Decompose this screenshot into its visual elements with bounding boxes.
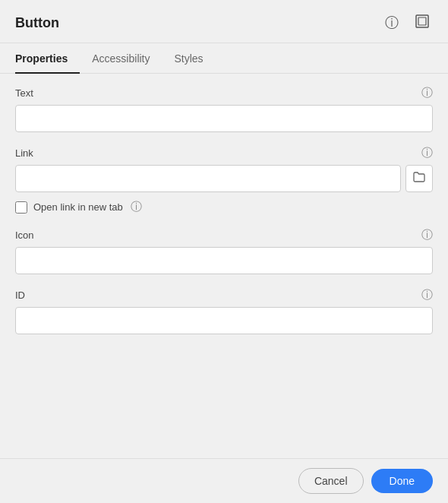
open-new-tab-label: Open link in new tab [33, 201, 123, 213]
frame-button[interactable] [412, 12, 433, 33]
panel-title: Button [15, 15, 59, 31]
panel-footer: Cancel Done [0, 458, 448, 503]
id-field-header: ID ⓘ [15, 288, 433, 302]
cancel-button[interactable]: Cancel [298, 468, 364, 494]
svg-rect-1 [418, 17, 426, 25]
tab-accessibility[interactable]: Accessibility [80, 43, 162, 74]
icon-field-group: Icon ⓘ [15, 228, 433, 274]
help-button[interactable]: ⓘ [381, 12, 402, 33]
text-field-group: Text ⓘ [15, 86, 433, 132]
id-label: ID [15, 289, 25, 301]
id-input[interactable] [15, 307, 433, 334]
icon-field-header: Icon ⓘ [15, 228, 433, 242]
done-button[interactable]: Done [371, 469, 433, 493]
panel: Button ⓘ Properties Accessibility Styles [0, 0, 448, 503]
tab-properties[interactable]: Properties [15, 43, 80, 74]
frame-icon [415, 14, 430, 33]
text-field-header: Text ⓘ [15, 86, 433, 100]
open-new-tab-info-icon[interactable]: ⓘ [131, 200, 142, 214]
tabs: Properties Accessibility Styles [0, 43, 448, 74]
icon-input[interactable] [15, 247, 433, 274]
text-label: Text [15, 87, 33, 99]
text-input[interactable] [15, 105, 433, 132]
icon-label: Icon [15, 229, 34, 241]
text-info-icon[interactable]: ⓘ [421, 86, 433, 100]
link-row [15, 165, 433, 192]
id-info-icon[interactable]: ⓘ [421, 288, 433, 302]
help-icon: ⓘ [385, 14, 399, 32]
link-info-icon[interactable]: ⓘ [421, 146, 433, 160]
folder-icon [412, 170, 426, 188]
link-field-header: Link ⓘ [15, 146, 433, 160]
panel-header: Button ⓘ [0, 0, 448, 43]
folder-button[interactable] [405, 165, 433, 192]
icon-info-icon[interactable]: ⓘ [421, 228, 433, 242]
link-field-group: Link ⓘ Open link in new tab ⓘ [15, 146, 433, 214]
header-icons: ⓘ [381, 12, 433, 33]
link-input[interactable] [15, 165, 401, 192]
id-field-group: ID ⓘ [15, 288, 433, 334]
open-new-tab-row: Open link in new tab ⓘ [15, 200, 433, 214]
open-new-tab-checkbox[interactable] [15, 201, 27, 214]
panel-content: Text ⓘ Link ⓘ [0, 74, 448, 458]
link-label: Link [15, 147, 33, 159]
tab-styles[interactable]: Styles [162, 43, 216, 74]
